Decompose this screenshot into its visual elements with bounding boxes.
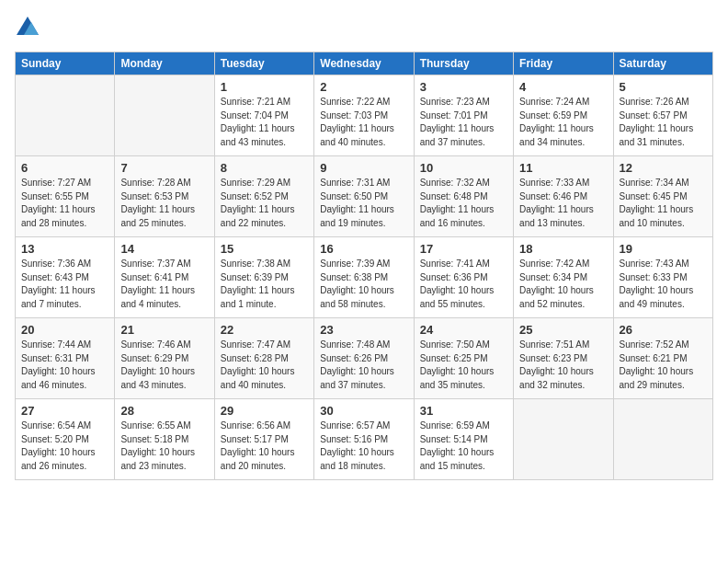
- calendar-cell: 19Sunrise: 7:43 AM Sunset: 6:33 PM Dayli…: [613, 237, 712, 318]
- cell-info: Sunrise: 7:36 AM Sunset: 6:43 PM Dayligh…: [21, 258, 108, 311]
- day-number: 14: [120, 242, 208, 256]
- logo-icon: [15, 15, 40, 40]
- calendar-cell: [115, 75, 214, 156]
- day-number: 22: [221, 323, 308, 337]
- day-number: 11: [519, 161, 607, 175]
- calendar-cell: 2Sunrise: 7:22 AM Sunset: 7:03 PM Daylig…: [314, 75, 414, 156]
- day-header-saturday: Saturday: [613, 52, 712, 75]
- cell-info: Sunrise: 7:42 AM Sunset: 6:34 PM Dayligh…: [519, 258, 607, 311]
- day-header-monday: Monday: [115, 52, 214, 75]
- cell-info: Sunrise: 7:23 AM Sunset: 7:01 PM Dayligh…: [420, 96, 507, 149]
- cell-info: Sunrise: 7:34 AM Sunset: 6:45 PM Dayligh…: [620, 177, 707, 230]
- calendar-week-row: 1Sunrise: 7:21 AM Sunset: 7:04 PM Daylig…: [16, 75, 713, 156]
- cell-info: Sunrise: 7:43 AM Sunset: 6:33 PM Dayligh…: [620, 258, 707, 311]
- calendar-cell: 12Sunrise: 7:34 AM Sunset: 6:45 PM Dayli…: [613, 156, 712, 237]
- calendar-cell: 6Sunrise: 7:27 AM Sunset: 6:55 PM Daylig…: [16, 156, 115, 237]
- calendar-cell: 16Sunrise: 7:39 AM Sunset: 6:38 PM Dayli…: [314, 237, 414, 318]
- calendar-cell: 8Sunrise: 7:29 AM Sunset: 6:52 PM Daylig…: [214, 156, 313, 237]
- calendar-cell: 1Sunrise: 7:21 AM Sunset: 7:04 PM Daylig…: [214, 75, 313, 156]
- calendar-cell: 28Sunrise: 6:55 AM Sunset: 5:18 PM Dayli…: [115, 399, 214, 480]
- calendar-cell: 24Sunrise: 7:50 AM Sunset: 6:25 PM Dayli…: [414, 318, 513, 399]
- cell-info: Sunrise: 7:26 AM Sunset: 6:57 PM Dayligh…: [620, 96, 707, 149]
- calendar-cell: 9Sunrise: 7:31 AM Sunset: 6:50 PM Daylig…: [314, 156, 414, 237]
- calendar-cell: 15Sunrise: 7:38 AM Sunset: 6:39 PM Dayli…: [214, 237, 313, 318]
- day-number: 20: [21, 323, 108, 337]
- calendar-cell: 22Sunrise: 7:47 AM Sunset: 6:28 PM Dayli…: [214, 318, 313, 399]
- cell-info: Sunrise: 7:46 AM Sunset: 6:29 PM Dayligh…: [120, 339, 208, 392]
- day-number: 13: [21, 242, 108, 256]
- calendar-cell: 14Sunrise: 7:37 AM Sunset: 6:41 PM Dayli…: [115, 237, 214, 318]
- calendar-cell: 4Sunrise: 7:24 AM Sunset: 6:59 PM Daylig…: [514, 75, 613, 156]
- calendar-cell: 20Sunrise: 7:44 AM Sunset: 6:31 PM Dayli…: [16, 318, 115, 399]
- page-header: [15, 15, 713, 40]
- calendar-cell: [16, 75, 115, 156]
- calendar-week-row: 27Sunrise: 6:54 AM Sunset: 5:20 PM Dayli…: [16, 399, 713, 480]
- day-header-friday: Friday: [514, 52, 613, 75]
- calendar-cell: 27Sunrise: 6:54 AM Sunset: 5:20 PM Dayli…: [16, 399, 115, 480]
- calendar-cell: 17Sunrise: 7:41 AM Sunset: 6:36 PM Dayli…: [414, 237, 513, 318]
- calendar-cell: 11Sunrise: 7:33 AM Sunset: 6:46 PM Dayli…: [514, 156, 613, 237]
- day-number: 25: [519, 323, 607, 337]
- calendar-cell: 29Sunrise: 6:56 AM Sunset: 5:17 PM Dayli…: [214, 399, 313, 480]
- calendar-week-row: 6Sunrise: 7:27 AM Sunset: 6:55 PM Daylig…: [16, 156, 713, 237]
- day-number: 27: [21, 404, 108, 418]
- day-number: 2: [320, 80, 407, 94]
- day-number: 31: [420, 404, 507, 418]
- day-number: 6: [21, 161, 108, 175]
- cell-info: Sunrise: 7:44 AM Sunset: 6:31 PM Dayligh…: [21, 339, 108, 392]
- calendar-cell: 3Sunrise: 7:23 AM Sunset: 7:01 PM Daylig…: [414, 75, 513, 156]
- cell-info: Sunrise: 6:57 AM Sunset: 5:16 PM Dayligh…: [320, 419, 407, 473]
- day-header-sunday: Sunday: [16, 52, 115, 75]
- day-header-thursday: Thursday: [414, 52, 513, 75]
- calendar-cell: 23Sunrise: 7:48 AM Sunset: 6:26 PM Dayli…: [314, 318, 414, 399]
- calendar-cell: 18Sunrise: 7:42 AM Sunset: 6:34 PM Dayli…: [514, 237, 613, 318]
- day-number: 17: [420, 242, 507, 256]
- logo: [15, 15, 44, 40]
- calendar-week-row: 13Sunrise: 7:36 AM Sunset: 6:43 PM Dayli…: [16, 237, 713, 318]
- calendar-cell: 10Sunrise: 7:32 AM Sunset: 6:48 PM Dayli…: [414, 156, 513, 237]
- day-number: 1: [221, 80, 308, 94]
- day-number: 18: [519, 242, 607, 256]
- cell-info: Sunrise: 7:32 AM Sunset: 6:48 PM Dayligh…: [420, 177, 507, 230]
- cell-info: Sunrise: 7:41 AM Sunset: 6:36 PM Dayligh…: [420, 258, 507, 311]
- cell-info: Sunrise: 6:59 AM Sunset: 5:14 PM Dayligh…: [420, 419, 507, 473]
- day-header-tuesday: Tuesday: [214, 52, 313, 75]
- day-number: 26: [620, 323, 707, 337]
- calendar-cell: 26Sunrise: 7:52 AM Sunset: 6:21 PM Dayli…: [613, 318, 712, 399]
- calendar-cell: 13Sunrise: 7:36 AM Sunset: 6:43 PM Dayli…: [16, 237, 115, 318]
- day-number: 12: [620, 161, 707, 175]
- calendar-table: SundayMondayTuesdayWednesdayThursdayFrid…: [15, 52, 713, 480]
- calendar-week-row: 20Sunrise: 7:44 AM Sunset: 6:31 PM Dayli…: [16, 318, 713, 399]
- day-number: 7: [120, 161, 208, 175]
- cell-info: Sunrise: 7:51 AM Sunset: 6:23 PM Dayligh…: [519, 339, 607, 392]
- day-number: 15: [221, 242, 308, 256]
- calendar-cell: [613, 399, 712, 480]
- cell-info: Sunrise: 7:50 AM Sunset: 6:25 PM Dayligh…: [420, 339, 507, 392]
- day-number: 4: [519, 80, 607, 94]
- cell-info: Sunrise: 7:38 AM Sunset: 6:39 PM Dayligh…: [221, 258, 308, 311]
- cell-info: Sunrise: 7:52 AM Sunset: 6:21 PM Dayligh…: [620, 339, 707, 392]
- cell-info: Sunrise: 6:56 AM Sunset: 5:17 PM Dayligh…: [221, 419, 308, 473]
- cell-info: Sunrise: 6:55 AM Sunset: 5:18 PM Dayligh…: [120, 419, 208, 473]
- day-number: 21: [120, 323, 208, 337]
- day-number: 3: [420, 80, 507, 94]
- cell-info: Sunrise: 7:28 AM Sunset: 6:53 PM Dayligh…: [120, 177, 208, 230]
- calendar-cell: 5Sunrise: 7:26 AM Sunset: 6:57 PM Daylig…: [613, 75, 712, 156]
- cell-info: Sunrise: 6:54 AM Sunset: 5:20 PM Dayligh…: [21, 419, 108, 473]
- calendar-cell: [514, 399, 613, 480]
- calendar-cell: 7Sunrise: 7:28 AM Sunset: 6:53 PM Daylig…: [115, 156, 214, 237]
- cell-info: Sunrise: 7:39 AM Sunset: 6:38 PM Dayligh…: [320, 258, 407, 311]
- calendar-cell: 31Sunrise: 6:59 AM Sunset: 5:14 PM Dayli…: [414, 399, 513, 480]
- day-number: 10: [420, 161, 507, 175]
- calendar-cell: 30Sunrise: 6:57 AM Sunset: 5:16 PM Dayli…: [314, 399, 414, 480]
- cell-info: Sunrise: 7:22 AM Sunset: 7:03 PM Dayligh…: [320, 96, 407, 149]
- day-header-wednesday: Wednesday: [314, 52, 414, 75]
- calendar-cell: 21Sunrise: 7:46 AM Sunset: 6:29 PM Dayli…: [115, 318, 214, 399]
- cell-info: Sunrise: 7:27 AM Sunset: 6:55 PM Dayligh…: [21, 177, 108, 230]
- cell-info: Sunrise: 7:21 AM Sunset: 7:04 PM Dayligh…: [221, 96, 308, 149]
- day-number: 28: [120, 404, 208, 418]
- day-number: 24: [420, 323, 507, 337]
- cell-info: Sunrise: 7:37 AM Sunset: 6:41 PM Dayligh…: [120, 258, 208, 311]
- cell-info: Sunrise: 7:47 AM Sunset: 6:28 PM Dayligh…: [221, 339, 308, 392]
- calendar-cell: 25Sunrise: 7:51 AM Sunset: 6:23 PM Dayli…: [514, 318, 613, 399]
